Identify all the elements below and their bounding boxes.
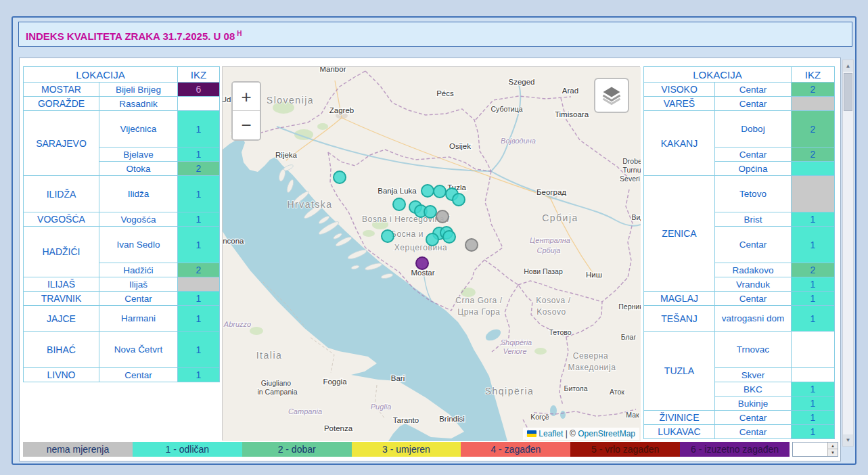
ikz-cell — [792, 176, 835, 212]
station-marker[interactable] — [424, 206, 436, 218]
page-title: INDEKS KVALITETA ZRAKA 31.7.2025. U 08 — [26, 30, 235, 42]
city-cell: GORAŽDE — [24, 97, 99, 111]
map-canvas: MariborUdSlovenijaZagrebPécsSzegedAradСу… — [223, 67, 641, 441]
legend: nema mjerenja 1 - odličan 2 - dobar 3 - … — [23, 442, 790, 457]
city-cell: ZENICA — [644, 176, 715, 292]
map-label: Благ — [621, 333, 637, 341]
station-marker[interactable] — [426, 233, 438, 246]
spinner-up-button[interactable]: ▲ — [827, 443, 838, 449]
map-label: Bari — [391, 374, 405, 382]
map-label: Ud — [223, 95, 231, 104]
ikz-column-header: IKZ — [178, 67, 220, 83]
station-marker[interactable] — [436, 210, 449, 223]
station-cell: Skver — [715, 368, 792, 382]
map-label: Босна и — [391, 229, 424, 239]
map-label: Shqipëria — [501, 338, 532, 346]
city-cell: JAJCE — [24, 306, 99, 332]
city-cell: VISOKO — [644, 83, 715, 97]
map-label: in Campania — [258, 388, 298, 396]
spinner-down-button[interactable]: ▼ — [827, 449, 838, 456]
city-cell: ILIDŽA — [24, 176, 99, 212]
map-label: Abruzzo — [223, 320, 251, 328]
station-cell: Rasadnik — [99, 97, 178, 111]
ikz-cell: 6 — [178, 83, 220, 97]
map-label: Giugliano — [261, 379, 292, 387]
station-cell: Bjelave — [99, 148, 178, 162]
map-label: Potenza — [324, 424, 353, 432]
ikz-cell — [792, 368, 835, 382]
city-cell: BIHAĆ — [24, 332, 99, 368]
ikz-cell: 1 — [178, 176, 220, 212]
station-marker[interactable] — [421, 185, 434, 197]
ikz-cell: 1 — [792, 425, 835, 439]
ikz-cell: 1 — [792, 277, 835, 292]
ikz-cell: 2 — [792, 263, 835, 277]
hour-superscript: H — [237, 30, 242, 37]
station-cell: Tetovo — [715, 176, 792, 212]
station-marker[interactable] — [453, 194, 465, 206]
leaflet-link[interactable]: Leaflet — [539, 429, 563, 438]
station-cell: Vogošća — [99, 212, 178, 227]
legend-spinner-box[interactable]: ▲ ▼ — [792, 442, 838, 457]
map-label: Вид — [632, 213, 641, 221]
map-label: Македонија — [568, 363, 616, 372]
ikz-cell: 2 — [792, 148, 835, 162]
station-cell: Vranduk — [715, 277, 792, 292]
attribution-separator: | © — [563, 429, 578, 438]
map-label: Ancona — [223, 237, 244, 245]
station-marker[interactable] — [443, 231, 455, 243]
ikz-cell: 2 — [792, 111, 835, 148]
zoom-out-button[interactable]: − — [233, 111, 260, 139]
left-stations-table: LOKACIJA IKZ MOSTAR Bijeli Brijeg 6 GORA… — [23, 66, 220, 382]
scrollbar-down-button[interactable]: ▼ — [843, 434, 853, 446]
ikz-cell: 1 — [792, 292, 835, 306]
map-label: Maribor — [320, 67, 346, 73]
scrollbar-thumb[interactable] — [844, 73, 852, 111]
air-quality-dashboard: INDEKS KVALITETA ZRAKA 31.7.2025. U 08H … — [0, 0, 868, 475]
station-marker[interactable] — [465, 239, 478, 251]
station-cell: Centar — [99, 292, 178, 306]
station-cell: Centar — [99, 368, 178, 382]
map-label: Kosova / — [536, 296, 571, 305]
city-cell: TEŠANJ — [644, 306, 715, 332]
station-cell: Brist — [715, 212, 792, 227]
map-label: Shqipëria — [485, 386, 534, 397]
legend-item-4: 4 - zagađen — [461, 442, 570, 457]
layers-control-button[interactable] — [594, 78, 629, 113]
ukraine-flag-icon — [527, 430, 536, 437]
station-cell: Nova Četvrt — [99, 332, 178, 368]
station-marker[interactable] — [334, 171, 346, 183]
station-cell: Ilidža — [99, 176, 178, 212]
map-label: Нови Пазар — [524, 267, 563, 275]
map-label: Timisoara — [555, 110, 589, 118]
city-cell: HADŽIĆI — [24, 227, 99, 277]
city-cell: LUKAVAC — [644, 425, 715, 439]
ikz-cell: 1 — [792, 306, 835, 332]
station-cell: Centar — [715, 227, 792, 263]
map-label: Campania — [288, 407, 322, 415]
station-marker[interactable] — [416, 257, 428, 269]
leaflet-map[interactable]: MariborUdSlovenijaZagrebPécsSzegedAradСу… — [222, 66, 640, 440]
legend-item-6: 6 - izuzetno zagađen — [680, 442, 790, 457]
ikz-cell — [792, 332, 835, 368]
vertical-scrollbar[interactable]: ▲ ▼ — [842, 60, 854, 447]
scrollbar-up-button[interactable]: ▲ — [843, 60, 853, 72]
station-cell: Hadžići — [99, 263, 178, 277]
station-marker[interactable] — [434, 185, 446, 198]
ikz-cell: 1 — [792, 382, 835, 397]
station-cell: BKC — [715, 382, 792, 397]
station-marker[interactable] — [382, 230, 394, 242]
city-cell: SARAJEVO — [24, 111, 99, 176]
map-label: Перник — [618, 302, 641, 311]
city-cell: MAGLAJ — [644, 292, 715, 306]
map-label: Ниш — [586, 271, 602, 279]
station-marker[interactable] — [393, 198, 405, 210]
ikz-cell — [792, 97, 835, 111]
city-cell: ILIJAŠ — [24, 277, 99, 292]
openstreetmap-link[interactable]: OpenStreetMap — [578, 429, 635, 438]
zoom-in-button[interactable]: + — [233, 83, 260, 111]
ikz-cell: 1 — [178, 368, 220, 382]
map-label: Slovenija — [267, 95, 314, 106]
map-label: Србија — [537, 246, 561, 254]
map-label: Brindisi — [439, 415, 465, 423]
